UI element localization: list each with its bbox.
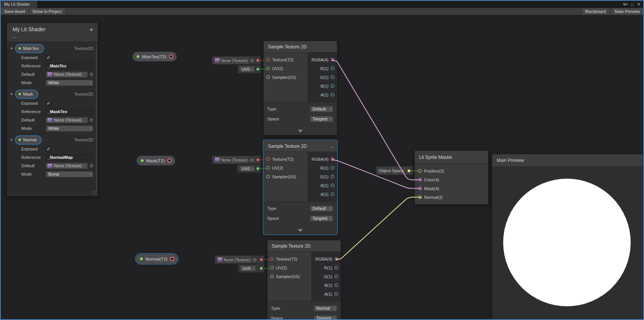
- texture-default-slot[interactable]: None (Texture) ⊙: [215, 256, 264, 264]
- mode-dropdown[interactable]: White↕: [46, 80, 93, 86]
- uv-input-port[interactable]: [266, 166, 270, 170]
- blackboard-resize-grip[interactable]: [92, 191, 97, 195]
- sample-texture-2d-node-3[interactable]: Sample Texture 2D Texture(T2) UV(2) Samp…: [267, 240, 341, 320]
- node-settings-chevron-icon[interactable]: ⌄: [330, 141, 333, 152]
- main-preview-toggle-button[interactable]: Main Preview: [611, 8, 643, 15]
- object-picker-icon[interactable]: ⊙: [89, 118, 93, 122]
- object-picker-icon[interactable]: ⊙: [89, 163, 93, 168]
- texture-input-port[interactable]: [270, 257, 274, 261]
- save-asset-button[interactable]: Save Asset: [1, 8, 29, 15]
- rgba-output-port[interactable]: [331, 157, 334, 161]
- uv-input-port[interactable]: [270, 266, 274, 269]
- space-dropdown[interactable]: Tangent↕: [314, 315, 337, 320]
- texture-default-slot[interactable]: None (Texture) ⊙: [212, 156, 261, 164]
- reference-field[interactable]: _NormalMap: [46, 154, 93, 160]
- texture-input-port[interactable]: [266, 157, 270, 161]
- texture-output-port[interactable]: [167, 158, 172, 163]
- exposed-checkbox[interactable]: ✓: [46, 146, 51, 152]
- texture-object-field[interactable]: None (Texture): [214, 157, 249, 163]
- property-node-mask[interactable]: Mask(T2): [136, 155, 175, 166]
- node-header[interactable]: Sample Texture 2D ⌄: [264, 141, 337, 152]
- default-texture-field[interactable]: None (Texture): [46, 117, 88, 123]
- position-space-chip[interactable]: Object Space: [376, 166, 413, 175]
- property-pill-mask[interactable]: Mask: [16, 90, 38, 98]
- uv-default-slot[interactable]: UV0 ↕: [238, 165, 261, 173]
- foldout-chevron-icon[interactable]: ▾: [11, 46, 13, 50]
- a-output-port[interactable]: [331, 192, 334, 196]
- texture-object-field[interactable]: None (Texture): [216, 257, 251, 263]
- sample-texture-2d-node-2[interactable]: Sample Texture 2D ⌄ Texture(T2) UV(2) Sa…: [263, 140, 337, 235]
- texture-output-port[interactable]: [170, 257, 174, 261]
- reference-field[interactable]: _MaskTex: [46, 109, 93, 115]
- foldout-chevron-icon[interactable]: ▾: [11, 138, 13, 142]
- g-output-port[interactable]: [331, 75, 334, 79]
- a-output-port[interactable]: [331, 93, 334, 96]
- exposed-checkbox[interactable]: ✓: [46, 55, 51, 61]
- b-output-port[interactable]: [331, 184, 334, 187]
- a-output-port[interactable]: [335, 292, 338, 296]
- window-menu-icon[interactable]: ▾≡: [623, 2, 628, 7]
- collapse-preview-chevron[interactable]: ∨: [264, 126, 337, 135]
- node-header[interactable]: Sample Texture 2D: [268, 240, 341, 252]
- rgba-output-port[interactable]: [335, 257, 338, 261]
- b-output-port[interactable]: [331, 84, 334, 88]
- space-dropdown[interactable]: Tangent↕: [310, 116, 333, 122]
- mask-input-port[interactable]: [418, 187, 422, 190]
- r-output-port[interactable]: [331, 166, 334, 170]
- blackboard-scrollbar[interactable]: [96, 44, 97, 192]
- default-texture-field[interactable]: None (Texture): [46, 163, 88, 169]
- type-dropdown[interactable]: Default↕: [310, 106, 333, 112]
- color-input-port[interactable]: [418, 178, 422, 181]
- g-output-port[interactable]: [331, 175, 334, 178]
- sampler-input-port[interactable]: [266, 75, 270, 79]
- mode-dropdown[interactable]: Bump↕: [46, 171, 93, 178]
- sampler-input-port[interactable]: [266, 175, 270, 178]
- mode-dropdown[interactable]: White↕: [46, 125, 93, 132]
- uv-default-slot[interactable]: UV0 ↕: [238, 65, 261, 73]
- uv-channel-dropdown[interactable]: UV0 ↕: [240, 265, 256, 272]
- default-texture-field[interactable]: None (Texture): [46, 71, 88, 78]
- main-preview-panel[interactable]: Main Preview: [492, 154, 643, 319]
- show-in-project-button[interactable]: Show In Project: [29, 8, 65, 15]
- add-property-button[interactable]: +: [89, 26, 93, 34]
- texture-output-port[interactable]: [169, 54, 173, 59]
- blackboard-panel[interactable]: My Lit Shader + — ▾ MainTex Texture2D Ex…: [6, 22, 98, 197]
- property-pill-maintex[interactable]: MainTex: [16, 45, 43, 53]
- texture-default-slot[interactable]: None (Texture) ⊙: [212, 56, 261, 64]
- r-output-port[interactable]: [331, 67, 334, 70]
- uv-channel-dropdown[interactable]: UV0 ↕: [239, 165, 255, 172]
- space-dropdown[interactable]: Tangent↕: [310, 215, 333, 222]
- b-output-port[interactable]: [335, 283, 338, 287]
- rgba-output-port[interactable]: [331, 58, 334, 61]
- normal-input-port[interactable]: [418, 195, 422, 199]
- r-output-port[interactable]: [335, 266, 338, 269]
- close-icon[interactable]: ✕: [637, 2, 641, 7]
- property-node-maintex[interactable]: MainTex(T2): [132, 51, 177, 62]
- object-picker-icon[interactable]: ⊙: [250, 58, 254, 63]
- exposed-checkbox[interactable]: ✓: [46, 101, 51, 106]
- property-pill-normal[interactable]: Normal: [16, 136, 41, 144]
- node-header[interactable]: Lit Sprite Master: [415, 151, 488, 164]
- object-picker-icon[interactable]: ⊙: [89, 72, 93, 77]
- sample-texture-2d-node-1[interactable]: Sample Texture 2D Texture(T2) UV(2) Samp…: [263, 41, 337, 135]
- maximize-icon[interactable]: □: [631, 2, 634, 7]
- texture-object-field[interactable]: None (Texture): [214, 58, 249, 64]
- uv-channel-dropdown[interactable]: UV0 ↕: [239, 66, 255, 72]
- foldout-chevron-icon[interactable]: ▾: [11, 92, 13, 96]
- property-node-normal[interactable]: Normal(T2): [135, 254, 178, 264]
- g-output-port[interactable]: [335, 275, 338, 278]
- window-tab[interactable]: My Lit Shader: [1, 1, 38, 8]
- object-picker-icon[interactable]: ⊙: [250, 158, 254, 162]
- reference-field[interactable]: _MainTex: [46, 63, 93, 69]
- texture-input-port[interactable]: [266, 58, 270, 61]
- position-input-port[interactable]: [418, 169, 422, 173]
- blackboard-toggle-button[interactable]: Blackboard: [581, 8, 609, 15]
- object-picker-icon[interactable]: ⊙: [253, 258, 257, 262]
- collapse-preview-chevron[interactable]: ∨: [264, 225, 337, 234]
- type-dropdown[interactable]: Default↕: [310, 205, 333, 212]
- lit-sprite-master-node[interactable]: Lit Sprite Master Position(3) Color(4) M…: [414, 150, 488, 205]
- type-dropdown[interactable]: Normal↕: [314, 305, 337, 312]
- uv-default-slot[interactable]: UV0 ↕: [238, 264, 264, 272]
- sampler-input-port[interactable]: [270, 275, 274, 278]
- node-header[interactable]: Sample Texture 2D: [264, 41, 337, 53]
